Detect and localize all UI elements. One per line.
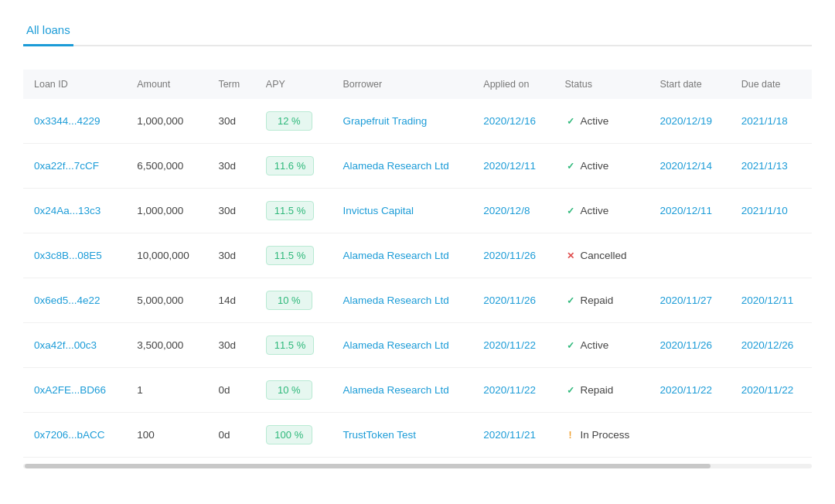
start-date-link[interactable]: 2020/12/11	[660, 205, 713, 216]
applied-on-link[interactable]: 2020/11/26	[483, 295, 536, 306]
borrower-link[interactable]: Alameda Research Ltd	[343, 339, 448, 351]
col-borrower: Borrower	[332, 70, 472, 99]
scrollbar-thumb[interactable]	[25, 464, 711, 468]
apy-badge: 11.5 %	[266, 246, 314, 265]
apy-cell: 10 %	[255, 368, 332, 413]
amount-cell: 6,500,000	[126, 144, 207, 189]
start-date-cell	[649, 233, 731, 278]
term-cell: 30d	[207, 233, 254, 278]
due-date-link[interactable]: 2020/12/11	[741, 295, 794, 306]
start-date-link[interactable]: 2020/11/26	[660, 339, 713, 351]
due-date-link[interactable]: 2021/1/10	[741, 205, 788, 216]
apy-cell: 11.5 %	[255, 233, 332, 278]
horizontal-scrollbar[interactable]	[23, 464, 812, 468]
borrower-link[interactable]: Alameda Research Ltd	[343, 160, 448, 172]
start-date-cell	[649, 413, 731, 458]
start-date-link[interactable]: 2020/12/14	[660, 160, 713, 172]
table-row: 0x3344...4229 1,000,000 30d 12 % Grapefr…	[23, 99, 812, 144]
apy-badge: 11.6 %	[266, 156, 314, 175]
applied-on-link[interactable]: 2020/11/22	[483, 339, 536, 351]
borrower-link[interactable]: TrustToken Test	[343, 429, 416, 441]
status-icon: ✓	[565, 206, 576, 216]
apy-badge: 10 %	[266, 380, 312, 400]
start-date-cell: 2020/12/14	[649, 144, 731, 189]
loan-id-link[interactable]: 0x3c8B...08E5	[34, 250, 102, 261]
status-cell: ✓ Active	[554, 144, 649, 189]
term-cell: 14d	[207, 278, 254, 323]
col-applied-on: Applied on	[472, 70, 554, 99]
col-start-date: Start date	[649, 70, 731, 99]
applied-on-link[interactable]: 2020/11/22	[483, 384, 536, 396]
apy-cell: 11.5 %	[255, 189, 332, 233]
loan-id-link[interactable]: 0x6ed5...4e22	[34, 295, 101, 306]
table-row: 0xa22f...7cCF 6,500,000 30d 11.6 % Alame…	[23, 144, 812, 189]
term-cell: 0d	[207, 368, 254, 413]
status-icon: ✓	[565, 385, 576, 396]
loan-id-link[interactable]: 0xa22f...7cCF	[34, 160, 99, 172]
apy-badge: 12 %	[266, 111, 312, 131]
start-date-cell: 2020/11/27	[649, 278, 731, 323]
apy-cell: 11.5 %	[255, 323, 332, 368]
due-date-cell	[731, 413, 812, 458]
status-cell: ✕ Cancelled	[554, 233, 649, 278]
status-label: Active	[581, 339, 609, 351]
due-date-link[interactable]: 2021/1/18	[741, 115, 788, 127]
applied-on-link[interactable]: 2020/12/11	[483, 160, 536, 172]
start-date-cell: 2020/12/19	[649, 99, 731, 144]
status-icon: ✓	[565, 295, 576, 306]
col-due-date: Due date	[731, 70, 812, 99]
col-apy: APY	[255, 70, 332, 99]
applied-on-link[interactable]: 2020/12/8	[483, 205, 530, 216]
table-row: 0x7206...bACC 100 0d 100 % TrustToken Te…	[23, 413, 812, 458]
start-date-link[interactable]: 2020/12/19	[660, 115, 713, 127]
col-amount: Amount	[126, 70, 207, 99]
tab-all-loans[interactable]: All loans	[23, 15, 73, 46]
apy-cell: 10 %	[255, 278, 332, 323]
loan-id-link[interactable]: 0x24Aa...13c3	[34, 205, 101, 216]
loan-id-link[interactable]: 0xa42f...00c3	[34, 339, 97, 351]
borrower-link[interactable]: Alameda Research Ltd	[343, 250, 448, 261]
status-cell: ! In Process	[554, 413, 649, 458]
apy-cell: 100 %	[255, 413, 332, 458]
due-date-link[interactable]: 2020/11/22	[741, 384, 794, 396]
col-loan-id: Loan ID	[23, 70, 126, 99]
status-cell: ✓ Repaid	[554, 368, 649, 413]
amount-cell: 10,000,000	[126, 233, 207, 278]
tabs-bar: All loans	[23, 15, 812, 46]
borrower-link[interactable]: Alameda Research Ltd	[343, 295, 448, 306]
due-date-link[interactable]: 2021/1/13	[741, 160, 788, 172]
status-cell: ✓ Active	[554, 99, 649, 144]
term-cell: 30d	[207, 189, 254, 233]
borrower-link[interactable]: Alameda Research Ltd	[343, 384, 448, 396]
start-date-link[interactable]: 2020/11/27	[660, 295, 713, 306]
status-icon: ✓	[565, 161, 576, 172]
apy-badge: 10 %	[266, 291, 312, 310]
apy-badge: 11.5 %	[266, 201, 314, 220]
status-label: Cancelled	[581, 250, 627, 261]
status-cell: ✓ Repaid	[554, 278, 649, 323]
due-date-link[interactable]: 2020/12/26	[741, 339, 794, 351]
start-date-link[interactable]: 2020/11/22	[660, 384, 713, 396]
applied-on-link[interactable]: 2020/11/21	[483, 429, 536, 441]
status-icon: ✕	[565, 250, 576, 261]
apy-badge: 11.5 %	[266, 335, 314, 355]
table-row: 0xA2FE...BD66 1 0d 10 % Alameda Research…	[23, 368, 812, 413]
status-label: Active	[581, 115, 609, 127]
due-date-cell: 2020/12/11	[731, 278, 812, 323]
start-date-cell: 2020/12/11	[649, 189, 731, 233]
loan-id-link[interactable]: 0x7206...bACC	[34, 429, 105, 441]
applied-on-link[interactable]: 2020/11/26	[483, 250, 536, 261]
term-cell: 0d	[207, 413, 254, 458]
applied-on-link[interactable]: 2020/12/16	[483, 115, 536, 127]
loan-id-link[interactable]: 0x3344...4229	[34, 115, 101, 127]
amount-cell: 100	[126, 413, 207, 458]
borrower-link[interactable]: Grapefruit Trading	[343, 115, 427, 127]
loan-id-link[interactable]: 0xA2FE...BD66	[34, 384, 106, 396]
status-label: Active	[581, 160, 609, 172]
table-row: 0x24Aa...13c3 1,000,000 30d 11.5 % Invic…	[23, 189, 812, 233]
col-term: Term	[207, 70, 254, 99]
borrower-link[interactable]: Invictus Capital	[343, 205, 414, 216]
apy-badge: 100 %	[266, 425, 312, 444]
status-label: In Process	[581, 429, 630, 441]
amount-cell: 5,000,000	[126, 278, 207, 323]
